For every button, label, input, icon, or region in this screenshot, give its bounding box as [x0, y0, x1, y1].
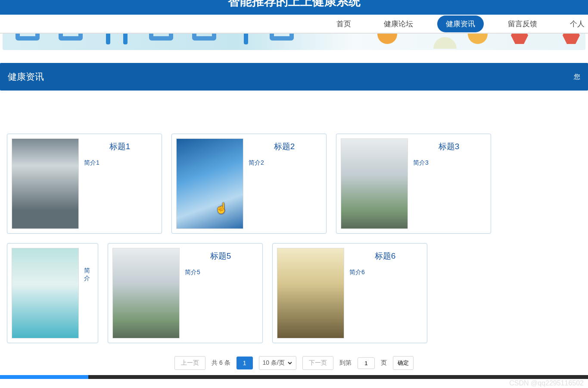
per-page-label: 10 条/页	[263, 359, 285, 367]
jump-input[interactable]	[358, 357, 375, 369]
per-page-select[interactable]: 10 条/页	[259, 356, 296, 370]
jump-unit: 页	[381, 359, 387, 367]
card-desc: 简介3	[413, 159, 485, 167]
section-header: 健康资讯 您	[0, 63, 588, 91]
section-title: 健康资讯	[8, 71, 44, 83]
card-item-5[interactable]: 标题5 简介5	[108, 243, 263, 343]
card-thumb	[341, 138, 408, 229]
card-grid: 标题1 简介1 ☝ 标题2 简介2 标题3 简介3 . 简介 标题5 简介5	[0, 91, 588, 352]
card-item-3[interactable]: 标题3 简介3	[336, 134, 491, 234]
prev-button[interactable]: 上一页	[174, 356, 205, 370]
card-item-2[interactable]: ☝ 标题2 简介2	[171, 134, 327, 234]
cursor-icon: ☝	[215, 202, 228, 214]
card-item-4[interactable]: . 简介	[7, 243, 98, 343]
jump-label: 到第	[339, 359, 352, 367]
total-text: 共 6 条	[212, 359, 230, 367]
nav-forum[interactable]: 健康论坛	[375, 16, 422, 32]
card-thumb	[112, 248, 180, 338]
watermark: CSDN @qq2295116502	[509, 379, 584, 383]
card-thumb	[12, 138, 79, 229]
chevron-down-icon	[287, 360, 292, 366]
card-desc: 简介	[84, 267, 92, 282]
card-desc: 简介1	[84, 159, 156, 167]
card-desc: 简介2	[249, 159, 320, 167]
card-thumb	[12, 248, 79, 338]
card-title: 标题3	[413, 141, 485, 152]
section-right-text: 您	[574, 73, 580, 81]
hero-banner	[3, 34, 585, 50]
card-desc: 简介5	[185, 269, 256, 276]
nav-bar: 首页 健康论坛 健康资讯 留言反馈 个人	[0, 15, 588, 34]
card-title: 标题2	[249, 141, 320, 152]
top-banner: 智能推荐的上上健康系统	[0, 0, 588, 15]
next-button[interactable]: 下一页	[302, 356, 333, 370]
nav-news[interactable]: 健康资讯	[437, 16, 484, 32]
nav-home[interactable]: 首页	[328, 16, 360, 32]
nav-feedback[interactable]: 留言反馈	[499, 16, 546, 32]
nav-profile[interactable]: 个人	[561, 16, 588, 32]
card-title: 标题5	[185, 250, 256, 262]
card-item-6[interactable]: 标题6 简介6	[272, 243, 427, 343]
card-title: 标题1	[84, 141, 156, 152]
card-item-1[interactable]: 标题1 简介1	[7, 134, 162, 234]
site-title: 智能推荐的上上健康系统	[228, 0, 361, 9]
card-thumb	[176, 138, 243, 229]
progress-fill	[0, 375, 88, 379]
page-number[interactable]: 1	[236, 357, 253, 369]
progress-bar[interactable]	[0, 375, 588, 379]
card-title: 标题6	[349, 250, 421, 262]
card-thumb	[277, 248, 344, 338]
card-desc: 简介6	[349, 269, 421, 276]
confirm-button[interactable]: 确定	[393, 356, 414, 370]
